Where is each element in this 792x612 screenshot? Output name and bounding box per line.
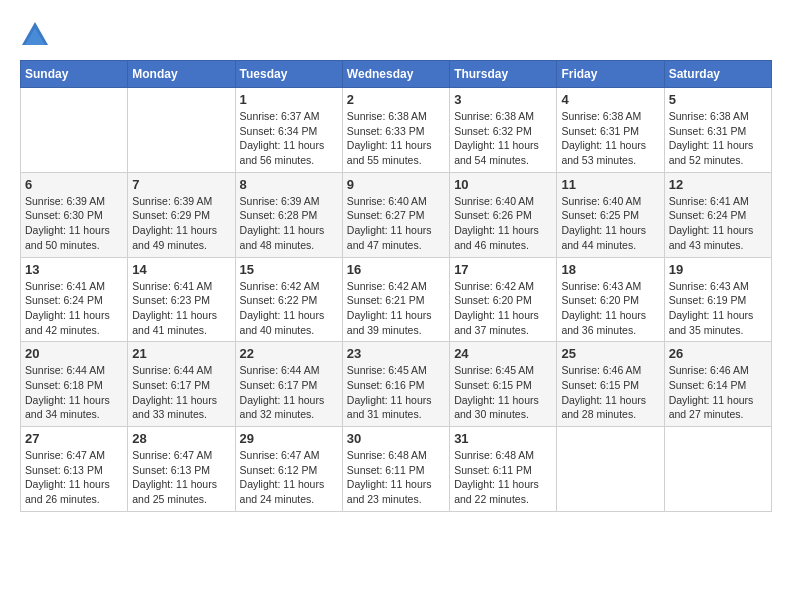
calendar-header-thursday: Thursday bbox=[450, 61, 557, 88]
day-number: 29 bbox=[240, 431, 338, 446]
day-info: Sunrise: 6:43 AM Sunset: 6:20 PM Dayligh… bbox=[561, 279, 659, 338]
day-info: Sunrise: 6:42 AM Sunset: 6:21 PM Dayligh… bbox=[347, 279, 445, 338]
day-number: 30 bbox=[347, 431, 445, 446]
day-info: Sunrise: 6:40 AM Sunset: 6:27 PM Dayligh… bbox=[347, 194, 445, 253]
calendar-week-3: 13Sunrise: 6:41 AM Sunset: 6:24 PM Dayli… bbox=[21, 257, 772, 342]
day-number: 7 bbox=[132, 177, 230, 192]
calendar-cell: 22Sunrise: 6:44 AM Sunset: 6:17 PM Dayli… bbox=[235, 342, 342, 427]
calendar-cell: 12Sunrise: 6:41 AM Sunset: 6:24 PM Dayli… bbox=[664, 172, 771, 257]
day-number: 27 bbox=[25, 431, 123, 446]
calendar-cell bbox=[664, 427, 771, 512]
day-info: Sunrise: 6:38 AM Sunset: 6:32 PM Dayligh… bbox=[454, 109, 552, 168]
calendar-cell: 8Sunrise: 6:39 AM Sunset: 6:28 PM Daylig… bbox=[235, 172, 342, 257]
day-info: Sunrise: 6:47 AM Sunset: 6:12 PM Dayligh… bbox=[240, 448, 338, 507]
day-number: 22 bbox=[240, 346, 338, 361]
calendar-week-4: 20Sunrise: 6:44 AM Sunset: 6:18 PM Dayli… bbox=[21, 342, 772, 427]
day-number: 26 bbox=[669, 346, 767, 361]
day-info: Sunrise: 6:38 AM Sunset: 6:31 PM Dayligh… bbox=[561, 109, 659, 168]
day-number: 18 bbox=[561, 262, 659, 277]
calendar-cell: 18Sunrise: 6:43 AM Sunset: 6:20 PM Dayli… bbox=[557, 257, 664, 342]
calendar-cell: 11Sunrise: 6:40 AM Sunset: 6:25 PM Dayli… bbox=[557, 172, 664, 257]
calendar-cell: 23Sunrise: 6:45 AM Sunset: 6:16 PM Dayli… bbox=[342, 342, 449, 427]
day-info: Sunrise: 6:38 AM Sunset: 6:33 PM Dayligh… bbox=[347, 109, 445, 168]
day-info: Sunrise: 6:47 AM Sunset: 6:13 PM Dayligh… bbox=[25, 448, 123, 507]
calendar-cell: 7Sunrise: 6:39 AM Sunset: 6:29 PM Daylig… bbox=[128, 172, 235, 257]
day-number: 2 bbox=[347, 92, 445, 107]
calendar-header-tuesday: Tuesday bbox=[235, 61, 342, 88]
day-number: 1 bbox=[240, 92, 338, 107]
calendar-week-5: 27Sunrise: 6:47 AM Sunset: 6:13 PM Dayli… bbox=[21, 427, 772, 512]
calendar-cell: 17Sunrise: 6:42 AM Sunset: 6:20 PM Dayli… bbox=[450, 257, 557, 342]
calendar-cell: 3Sunrise: 6:38 AM Sunset: 6:32 PM Daylig… bbox=[450, 88, 557, 173]
day-number: 21 bbox=[132, 346, 230, 361]
day-info: Sunrise: 6:40 AM Sunset: 6:25 PM Dayligh… bbox=[561, 194, 659, 253]
day-info: Sunrise: 6:48 AM Sunset: 6:11 PM Dayligh… bbox=[454, 448, 552, 507]
day-info: Sunrise: 6:44 AM Sunset: 6:18 PM Dayligh… bbox=[25, 363, 123, 422]
day-info: Sunrise: 6:39 AM Sunset: 6:29 PM Dayligh… bbox=[132, 194, 230, 253]
day-info: Sunrise: 6:39 AM Sunset: 6:30 PM Dayligh… bbox=[25, 194, 123, 253]
day-info: Sunrise: 6:42 AM Sunset: 6:20 PM Dayligh… bbox=[454, 279, 552, 338]
day-number: 15 bbox=[240, 262, 338, 277]
day-info: Sunrise: 6:45 AM Sunset: 6:16 PM Dayligh… bbox=[347, 363, 445, 422]
calendar-cell bbox=[557, 427, 664, 512]
calendar-week-2: 6Sunrise: 6:39 AM Sunset: 6:30 PM Daylig… bbox=[21, 172, 772, 257]
calendar-cell: 20Sunrise: 6:44 AM Sunset: 6:18 PM Dayli… bbox=[21, 342, 128, 427]
page-header bbox=[20, 20, 772, 50]
calendar-cell: 1Sunrise: 6:37 AM Sunset: 6:34 PM Daylig… bbox=[235, 88, 342, 173]
day-number: 6 bbox=[25, 177, 123, 192]
calendar-cell: 30Sunrise: 6:48 AM Sunset: 6:11 PM Dayli… bbox=[342, 427, 449, 512]
day-info: Sunrise: 6:38 AM Sunset: 6:31 PM Dayligh… bbox=[669, 109, 767, 168]
day-info: Sunrise: 6:46 AM Sunset: 6:15 PM Dayligh… bbox=[561, 363, 659, 422]
day-number: 12 bbox=[669, 177, 767, 192]
calendar-header-wednesday: Wednesday bbox=[342, 61, 449, 88]
day-info: Sunrise: 6:42 AM Sunset: 6:22 PM Dayligh… bbox=[240, 279, 338, 338]
day-number: 25 bbox=[561, 346, 659, 361]
calendar-cell: 14Sunrise: 6:41 AM Sunset: 6:23 PM Dayli… bbox=[128, 257, 235, 342]
calendar-cell: 21Sunrise: 6:44 AM Sunset: 6:17 PM Dayli… bbox=[128, 342, 235, 427]
day-number: 5 bbox=[669, 92, 767, 107]
day-info: Sunrise: 6:41 AM Sunset: 6:24 PM Dayligh… bbox=[25, 279, 123, 338]
calendar-cell: 28Sunrise: 6:47 AM Sunset: 6:13 PM Dayli… bbox=[128, 427, 235, 512]
day-info: Sunrise: 6:46 AM Sunset: 6:14 PM Dayligh… bbox=[669, 363, 767, 422]
day-number: 20 bbox=[25, 346, 123, 361]
calendar-header-friday: Friday bbox=[557, 61, 664, 88]
day-info: Sunrise: 6:37 AM Sunset: 6:34 PM Dayligh… bbox=[240, 109, 338, 168]
calendar-cell: 13Sunrise: 6:41 AM Sunset: 6:24 PM Dayli… bbox=[21, 257, 128, 342]
day-number: 3 bbox=[454, 92, 552, 107]
day-number: 19 bbox=[669, 262, 767, 277]
day-info: Sunrise: 6:45 AM Sunset: 6:15 PM Dayligh… bbox=[454, 363, 552, 422]
calendar-cell bbox=[128, 88, 235, 173]
day-number: 24 bbox=[454, 346, 552, 361]
day-number: 4 bbox=[561, 92, 659, 107]
day-info: Sunrise: 6:47 AM Sunset: 6:13 PM Dayligh… bbox=[132, 448, 230, 507]
day-number: 14 bbox=[132, 262, 230, 277]
day-info: Sunrise: 6:40 AM Sunset: 6:26 PM Dayligh… bbox=[454, 194, 552, 253]
day-info: Sunrise: 6:41 AM Sunset: 6:23 PM Dayligh… bbox=[132, 279, 230, 338]
day-number: 28 bbox=[132, 431, 230, 446]
calendar-cell: 15Sunrise: 6:42 AM Sunset: 6:22 PM Dayli… bbox=[235, 257, 342, 342]
calendar-cell: 26Sunrise: 6:46 AM Sunset: 6:14 PM Dayli… bbox=[664, 342, 771, 427]
calendar-cell: 10Sunrise: 6:40 AM Sunset: 6:26 PM Dayli… bbox=[450, 172, 557, 257]
calendar-cell: 2Sunrise: 6:38 AM Sunset: 6:33 PM Daylig… bbox=[342, 88, 449, 173]
day-number: 16 bbox=[347, 262, 445, 277]
day-number: 9 bbox=[347, 177, 445, 192]
calendar-cell: 24Sunrise: 6:45 AM Sunset: 6:15 PM Dayli… bbox=[450, 342, 557, 427]
calendar-header-saturday: Saturday bbox=[664, 61, 771, 88]
day-number: 8 bbox=[240, 177, 338, 192]
calendar-cell: 16Sunrise: 6:42 AM Sunset: 6:21 PM Dayli… bbox=[342, 257, 449, 342]
calendar-cell: 5Sunrise: 6:38 AM Sunset: 6:31 PM Daylig… bbox=[664, 88, 771, 173]
logo-icon bbox=[20, 20, 50, 50]
calendar-cell: 19Sunrise: 6:43 AM Sunset: 6:19 PM Dayli… bbox=[664, 257, 771, 342]
day-number: 13 bbox=[25, 262, 123, 277]
calendar-cell: 31Sunrise: 6:48 AM Sunset: 6:11 PM Dayli… bbox=[450, 427, 557, 512]
day-number: 11 bbox=[561, 177, 659, 192]
calendar-table: SundayMondayTuesdayWednesdayThursdayFrid… bbox=[20, 60, 772, 512]
day-info: Sunrise: 6:48 AM Sunset: 6:11 PM Dayligh… bbox=[347, 448, 445, 507]
day-number: 23 bbox=[347, 346, 445, 361]
day-info: Sunrise: 6:41 AM Sunset: 6:24 PM Dayligh… bbox=[669, 194, 767, 253]
calendar-cell bbox=[21, 88, 128, 173]
day-number: 31 bbox=[454, 431, 552, 446]
logo bbox=[20, 20, 54, 50]
calendar-cell: 29Sunrise: 6:47 AM Sunset: 6:12 PM Dayli… bbox=[235, 427, 342, 512]
calendar-cell: 6Sunrise: 6:39 AM Sunset: 6:30 PM Daylig… bbox=[21, 172, 128, 257]
